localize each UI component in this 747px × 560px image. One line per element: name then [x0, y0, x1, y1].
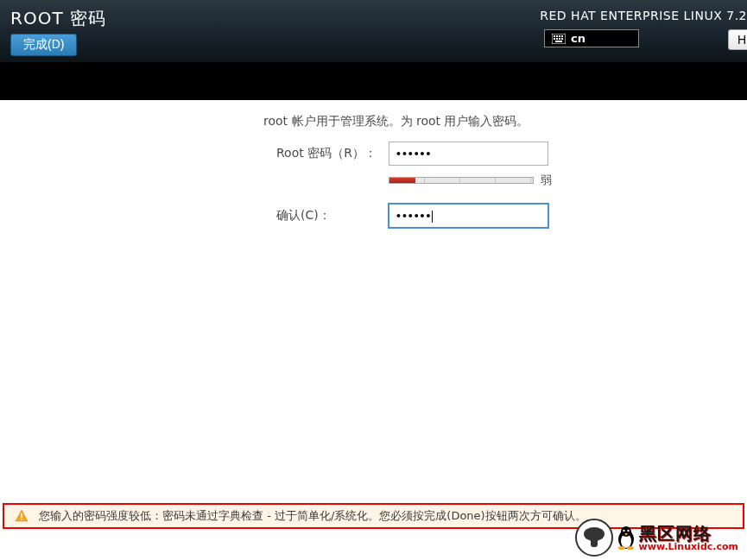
- site-watermark: 黑区网络 www.Linuxidc.com: [575, 519, 738, 557]
- mushroom-logo-icon: [575, 519, 613, 557]
- password-label: Root 密码（R）：: [17, 146, 389, 161]
- strength-meter: [389, 177, 534, 184]
- confirm-password-input[interactable]: ••••••: [389, 204, 548, 228]
- confirm-label: 确认(C)：: [17, 208, 389, 223]
- svg-point-19: [618, 546, 625, 550]
- svg-rect-3: [559, 35, 560, 37]
- keyboard-layout-selector[interactable]: cn: [544, 29, 639, 47]
- warning-icon: [15, 509, 28, 523]
- keyboard-icon: [552, 34, 566, 44]
- password-strength-row: 弱: [389, 173, 730, 188]
- strength-meter-fill: [389, 178, 415, 183]
- installer-header: ROOT 密码 完成(D) RED HAT ENTERPRISE LINUX 7…: [0, 0, 747, 62]
- svg-point-18: [627, 530, 629, 532]
- root-password-input[interactable]: ••••••: [389, 142, 548, 166]
- svg-rect-8: [561, 38, 563, 40]
- text-cursor: [432, 211, 433, 223]
- svg-rect-5: [554, 38, 555, 40]
- main-content: root 帐户用于管理系统。为 root 用户输入密码。 Root 密码（R）：…: [0, 100, 747, 529]
- svg-rect-1: [554, 35, 555, 37]
- help-button[interactable]: H: [728, 29, 747, 50]
- svg-point-17: [623, 530, 624, 532]
- svg-rect-6: [556, 38, 558, 40]
- svg-rect-13: [591, 537, 598, 547]
- svg-rect-9: [555, 41, 562, 42]
- svg-rect-10: [21, 513, 22, 518]
- warning-message: 您输入的密码强度较低：密码未通过字典检查 - 过于简单化/系统化。您必须按完成(…: [39, 508, 586, 524]
- watermark-site-url: www.Linuxidc.com: [639, 542, 738, 551]
- svg-rect-4: [561, 35, 563, 37]
- header-separator: [0, 62, 747, 100]
- keyboard-layout-label: cn: [571, 32, 586, 45]
- done-button[interactable]: 完成(D): [10, 34, 77, 56]
- intro-text: root 帐户用于管理系统。为 root 用户输入密码。: [263, 114, 730, 129]
- svg-rect-2: [556, 35, 558, 37]
- strength-label: 弱: [541, 173, 552, 188]
- svg-rect-7: [559, 38, 560, 40]
- watermark-site-name: 黑区网络: [639, 525, 738, 542]
- svg-rect-11: [21, 519, 22, 520]
- password-row: Root 密码（R）： ••••••: [17, 142, 730, 166]
- svg-point-20: [627, 546, 634, 550]
- os-version-label: RED HAT ENTERPRISE LINUX 7.2: [540, 9, 747, 22]
- penguin-icon: [617, 525, 636, 550]
- watermark-text: 黑区网络 www.Linuxidc.com: [639, 525, 738, 551]
- confirm-row: 确认(C)： ••••••: [17, 204, 730, 228]
